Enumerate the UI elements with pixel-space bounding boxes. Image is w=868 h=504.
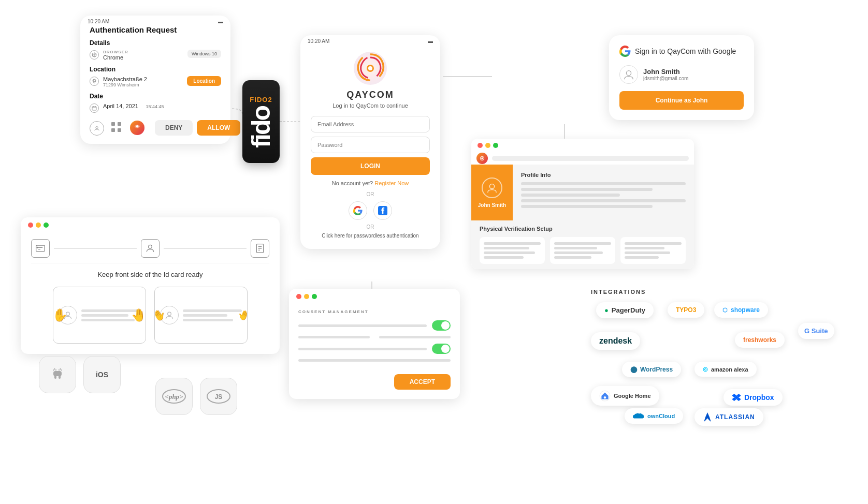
svg-point-21 — [37, 247, 38, 248]
android-icon — [39, 356, 76, 393]
dev-icons: <php> JS — [155, 378, 237, 415]
freshworks-bubble: freshworks — [735, 332, 785, 348]
deny-button[interactable]: DENY — [155, 120, 193, 136]
pv-card-2 — [550, 237, 615, 264]
svg-line-33 — [60, 368, 62, 370]
svg-point-30 — [55, 369, 56, 370]
allow-button[interactable]: ALLOW — [197, 120, 240, 136]
window-close-dot[interactable] — [478, 143, 483, 148]
consent-row-1 — [298, 320, 451, 331]
svg-line-32 — [53, 368, 55, 370]
consent-row-4 — [298, 359, 451, 362]
zendesk-bubble: zendesk — [591, 332, 640, 350]
passwordless-link[interactable]: Click here for passwordless authenticati… — [311, 233, 430, 239]
consent-toggle-2[interactable] — [432, 344, 451, 354]
integrations-section: INTEGRATIONS ● PagerDuty TYPO3 ⬡ shopwar… — [591, 289, 840, 432]
id-step-person-icon — [141, 239, 160, 258]
typo3-bubble: TYPO3 — [668, 302, 704, 318]
email-input[interactable] — [311, 116, 430, 132]
or-divider1: OR — [311, 191, 430, 197]
or-divider2: OR — [311, 224, 430, 230]
consent-accept-button[interactable]: ACCEPT — [394, 374, 451, 390]
gsuite-bubble: G Suite — [798, 323, 834, 339]
auth-request-card: 10:20 AM ▬ Authentication Request Detail… — [80, 16, 230, 144]
details-label: Details — [90, 39, 221, 47]
window-minimize-dot[interactable] — [485, 143, 490, 148]
profile-name: John Smith — [478, 202, 506, 208]
continue-as-john-button[interactable]: Continue as John — [619, 91, 744, 110]
qaycom-logo — [352, 50, 388, 86]
user-name: John Smith — [643, 68, 688, 76]
login-button[interactable]: LOGIN — [311, 157, 430, 175]
time-value: 15:44:45 — [146, 104, 164, 109]
user-avatar — [619, 65, 638, 84]
consent-line-3 — [298, 348, 427, 350]
id-sample-front: ✋ 🤚 — [53, 287, 146, 344]
svg-point-22 — [149, 245, 152, 248]
user-row: John Smith jdsmith@gmail.com — [619, 65, 744, 84]
svg-point-16 — [481, 157, 483, 159]
address-line1: Maybachstraße 2 — [103, 76, 147, 82]
profile-info-title: Profile Info — [521, 172, 686, 178]
id-card-title: Keep front side of the Id card ready — [31, 271, 269, 278]
browser-icon — [90, 50, 99, 60]
calendar-icon — [90, 103, 99, 113]
svg-point-44 — [604, 396, 606, 398]
amazon-alexa-bubble: ◎ amazon alexa — [695, 362, 757, 377]
location-button[interactable]: Location — [187, 76, 221, 86]
fido2-badge: FIDO2 fido — [242, 80, 280, 163]
id-sample-scan: ✋ 🤚 — [154, 287, 248, 344]
date-value: April 14, 2021 — [103, 103, 138, 109]
svg-point-17 — [489, 184, 494, 188]
profile-brand-icon — [476, 153, 488, 164]
battery-icon: ▬ — [218, 19, 223, 24]
auth-status-time: 10:20 AM — [88, 19, 109, 24]
pv-card-3 — [620, 237, 686, 264]
scan-hand-right: 🤚 — [131, 308, 146, 322]
consent-row-3 — [298, 344, 451, 354]
google-social-btn[interactable] — [349, 201, 367, 220]
login-battery-icon: ▬ — [428, 38, 433, 44]
location-label: Location — [90, 66, 221, 73]
id-maximize-dot[interactable] — [44, 223, 49, 228]
id-close-dot[interactable] — [28, 223, 33, 228]
consent-line-2b — [379, 336, 451, 338]
google-logo — [619, 46, 631, 57]
profile-line-3 — [521, 194, 620, 197]
dropbox-bubble: Dropbox — [724, 389, 783, 406]
id-step-card-icon — [31, 239, 50, 258]
google-signin-card: Sign in to QayCom with Google John Smith… — [609, 35, 754, 120]
owncloud-bubble: ownCloud — [625, 408, 683, 424]
profile-line-2 — [521, 188, 653, 191]
consent-maximize-dot[interactable] — [312, 294, 317, 299]
php-icon: <php> — [155, 378, 193, 415]
consent-toggle-1[interactable] — [432, 320, 451, 331]
google-signin-title: Sign in to QayCom with Google — [635, 47, 736, 55]
platform-icons: iOS — [39, 356, 121, 393]
id-minimize-dot[interactable] — [36, 223, 41, 228]
consent-line-1 — [298, 324, 427, 327]
address-line2: 71299 Wimsheim — [103, 82, 147, 87]
consent-close-dot[interactable] — [296, 294, 301, 299]
user-email: jdsmith@gmail.com — [643, 76, 688, 81]
shopware-bubble: ⬡ shopware — [714, 302, 768, 318]
svg-text:<php>: <php> — [165, 393, 183, 401]
window-maximize-dot[interactable] — [493, 143, 498, 148]
integration-bubbles: ● PagerDuty TYPO3 ⬡ shopware zendesk fre… — [591, 302, 840, 432]
facebook-social-btn[interactable] — [373, 201, 392, 220]
consent-minimize-dot[interactable] — [304, 294, 309, 299]
profile-card: John Smith Profile Info Physical Verific… — [471, 139, 694, 269]
browser-label: BROWSER — [103, 50, 128, 54]
consent-card: CONSENT MANAGEMENT ACCEPT — [289, 289, 460, 399]
svg-point-8 — [96, 126, 98, 128]
svg-point-14 — [626, 71, 631, 76]
svg-point-12 — [368, 66, 372, 70]
consent-title: CONSENT MANAGEMENT — [298, 309, 451, 314]
profile-line-5 — [521, 205, 653, 208]
password-input[interactable] — [311, 137, 430, 153]
brand-icon — [130, 121, 144, 135]
pv-setup-title: Physical Verification Setup — [480, 226, 686, 232]
scan-hand-left: ✋ — [53, 308, 68, 322]
register-link[interactable]: Register Now — [374, 180, 409, 186]
auth-card-title: Authentication Request — [90, 25, 221, 34]
